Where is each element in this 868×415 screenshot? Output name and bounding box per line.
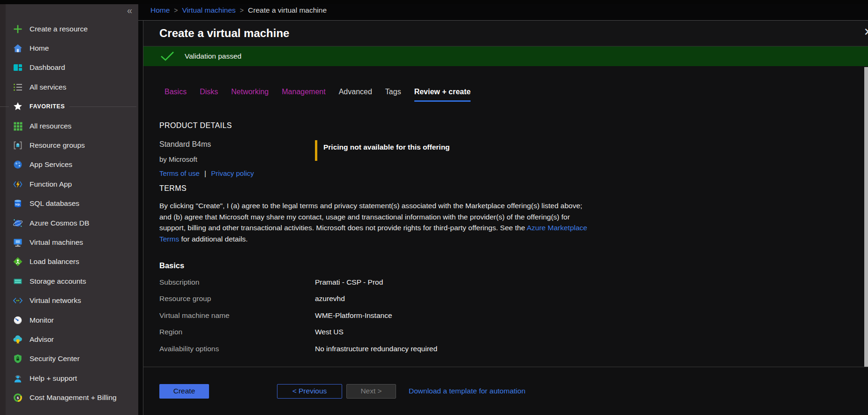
sidebar-item-label: SQL databases: [30, 199, 79, 208]
tab-basics[interactable]: Basics: [165, 88, 187, 102]
row-value: No infrastructure redundancy required: [315, 345, 437, 353]
tab-review-create[interactable]: Review + create: [414, 88, 471, 102]
terms-of-use-link[interactable]: Terms of use: [159, 169, 200, 177]
sidebar-item-azure-cosmos-db[interactable]: Azure Cosmos DB: [0, 213, 138, 233]
policy-links: Terms of use | Privacy policy: [159, 169, 315, 177]
basics-heading: Basics: [159, 261, 868, 270]
table-row: Resource group azurevhd: [159, 291, 868, 308]
sidebar-section-label: FAVORITES: [30, 103, 65, 110]
sidebar-item-label: Help + support: [30, 374, 77, 383]
product-details-section: Standard B4ms by Microsoft Terms of use …: [159, 140, 868, 177]
sidebar-item-resource-groups[interactable]: Resource groups: [0, 136, 138, 155]
tab-networking[interactable]: Networking: [231, 88, 269, 102]
sidebar-item-label: Monitor: [30, 316, 54, 324]
page-title: Create a virtual machine: [159, 27, 289, 40]
create-button[interactable]: Create: [159, 384, 209, 399]
help-support-icon: [12, 373, 23, 384]
sidebar-collapse-icon[interactable]: «: [127, 6, 132, 15]
storage-accounts-icon: [12, 276, 23, 287]
virtual-machines-icon: [12, 237, 23, 248]
sidebar-item-label: Home: [30, 44, 49, 53]
sidebar-item-label: Function App: [30, 180, 72, 189]
row-label: Availability options: [159, 345, 315, 353]
breadcrumb-current: Create a virtual machine: [248, 6, 327, 15]
sidebar-item-virtual-machines[interactable]: Virtual machines: [0, 233, 138, 252]
sql-databases-icon: SQL: [12, 198, 23, 209]
cost-management-icon: $: [12, 392, 23, 403]
sidebar-item-label: Create a resource: [30, 25, 88, 33]
tab-tags[interactable]: Tags: [385, 88, 401, 102]
wizard-footer: Create < Previous Next > Download a temp…: [143, 367, 868, 415]
tab-disks[interactable]: Disks: [200, 88, 218, 102]
svg-text:$: $: [17, 396, 19, 400]
services-list-icon: [12, 82, 23, 93]
sidebar-item-monitor[interactable]: Monitor: [0, 310, 138, 330]
checkmark-icon: [160, 51, 174, 61]
create-vm-blade: Create a virtual machine ✕ Validation pa…: [143, 21, 868, 415]
tab-management[interactable]: Management: [282, 88, 325, 102]
sidebar-item-security-center[interactable]: Security Center: [0, 349, 138, 369]
download-template-link[interactable]: Download a template for automation: [409, 387, 525, 395]
sidebar: « Create a resource Home Dashboard All s…: [0, 0, 138, 415]
sidebar-item-label: All services: [30, 83, 66, 91]
azure-portal-window: « Create a resource Home Dashboard All s…: [0, 0, 868, 415]
sidebar-item-label: Azure Cosmos DB: [30, 219, 89, 227]
terms-heading: TERMS: [159, 184, 868, 193]
review-create-content: Basics Disks Networking Management Advan…: [143, 66, 868, 367]
breadcrumb-virtual-machines-link[interactable]: Virtual machines: [182, 6, 236, 15]
sidebar-item-storage-accounts[interactable]: Storage accounts: [0, 272, 138, 291]
sidebar-item-app-services[interactable]: App Services: [0, 155, 138, 174]
chevron-right-icon: >: [240, 7, 244, 14]
link-separator: |: [204, 169, 206, 177]
sidebar-item-label: Advisor: [30, 335, 54, 344]
close-icon[interactable]: ✕: [864, 27, 868, 38]
app-services-icon: [12, 159, 23, 170]
function-app-icon: [12, 179, 23, 190]
plus-icon: [12, 23, 23, 35]
sidebar-nav: Create a resource Home Dashboard All ser…: [0, 19, 138, 407]
sidebar-item-all-resources[interactable]: All resources: [0, 116, 138, 136]
next-button-disabled[interactable]: Next >: [346, 384, 396, 399]
privacy-policy-link[interactable]: Privacy policy: [211, 169, 254, 177]
load-balancers-icon: [12, 256, 23, 267]
sidebar-item-home[interactable]: Home: [0, 38, 138, 58]
sidebar-item-advisor[interactable]: Advisor: [0, 330, 138, 349]
pricing-accent-bar: [315, 140, 317, 161]
resource-groups-icon: [12, 140, 23, 151]
svg-text:SQL: SQL: [15, 203, 21, 206]
vertical-scrollbar[interactable]: [864, 67, 868, 367]
row-value: Pramati - CSP - Prod: [315, 278, 383, 287]
grid-icon: [12, 121, 23, 132]
breadcrumb-home-link[interactable]: Home: [150, 6, 170, 15]
sidebar-item-function-app[interactable]: Function App: [0, 174, 138, 194]
sidebar-item-label: Virtual networks: [30, 296, 81, 305]
sidebar-item-label: Dashboard: [30, 63, 65, 72]
sidebar-item-help-support[interactable]: Help + support: [0, 369, 138, 388]
sidebar-item-sql-databases[interactable]: SQL SQL databases: [0, 194, 138, 213]
terms-body: By clicking "Create", I (a) agree to the…: [159, 200, 592, 244]
sidebar-section-favorites: FAVORITES: [0, 97, 138, 116]
top-edge-strip: [0, 0, 868, 4]
sidebar-item-create-a-resource[interactable]: Create a resource: [0, 19, 138, 38]
sidebar-item-dashboard[interactable]: Dashboard: [0, 58, 138, 77]
table-row: Availability options No infrastructure r…: [159, 340, 868, 357]
blade-header: Create a virtual machine ✕: [143, 21, 868, 46]
sidebar-item-label: Storage accounts: [30, 277, 86, 286]
sidebar-item-label: Cost Management + Billing: [30, 393, 117, 402]
star-icon: [12, 101, 23, 112]
sidebar-item-all-services[interactable]: All services: [0, 77, 138, 97]
chevron-right-icon: >: [174, 7, 178, 14]
table-row: Subscription Pramati - CSP - Prod: [159, 274, 868, 291]
sidebar-item-cost-management-billing[interactable]: $ Cost Management + Billing: [0, 388, 138, 407]
dashboard-icon: [12, 62, 23, 73]
table-row: Region West US: [159, 324, 868, 341]
previous-button[interactable]: < Previous: [277, 384, 342, 399]
sidebar-item-load-balancers[interactable]: Load balancers: [0, 252, 138, 272]
table-row: Virtual machine name WME-Platform-Instan…: [159, 307, 868, 324]
sidebar-item-virtual-networks[interactable]: Virtual networks: [0, 291, 138, 310]
monitor-icon: [12, 315, 23, 326]
row-value: azurevhd: [315, 294, 345, 303]
sidebar-item-label: Security Center: [30, 355, 80, 363]
tab-advanced[interactable]: Advanced: [339, 88, 372, 102]
row-label: Resource group: [159, 294, 315, 303]
